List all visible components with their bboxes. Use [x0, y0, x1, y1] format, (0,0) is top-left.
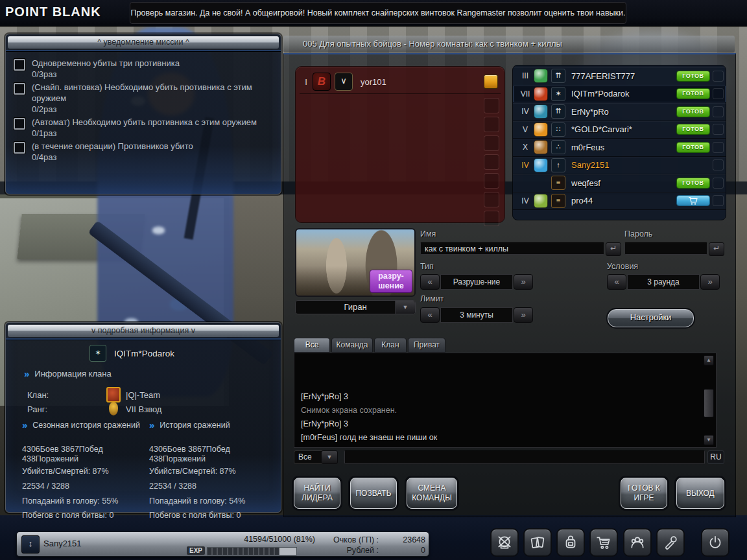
selected-player-name: IQITm*Podarok [114, 349, 174, 358]
player-name: IQITm*Podarok [571, 89, 676, 99]
player-row-selected[interactable]: VII ✶ IQITm*Podarok ГОТОВ [513, 86, 726, 104]
inventory-button[interactable] [556, 528, 585, 557]
app-logo: POINT BLANK [5, 5, 101, 19]
mini-slot[interactable] [713, 124, 724, 135]
chat-tab-private[interactable]: Приват [408, 338, 445, 353]
invite-button[interactable]: ПОЗВАТЬ [350, 478, 397, 509]
mini-slot[interactable] [713, 178, 724, 189]
mini-slot[interactable] [713, 142, 724, 153]
map-select-value: Гиран [344, 302, 366, 312]
empty-slot[interactable] [484, 192, 499, 207]
info-panel-title: v подробная информация v [8, 325, 279, 337]
divider [6, 338, 281, 340]
arrow-right-icon[interactable]: » [514, 307, 533, 323]
rank-insignia-icon: ≡ [551, 176, 565, 190]
exit-button[interactable]: ВЫХОД [676, 478, 724, 509]
arrow-left-icon[interactable]: « [420, 274, 440, 290]
community-button[interactable] [623, 528, 652, 557]
chat-tab-team[interactable]: Команда [331, 338, 373, 353]
mission-checkbox[interactable] [14, 142, 25, 154]
chat-tab-clan[interactable]: Клан [374, 338, 407, 353]
chevron-down-icon[interactable]: ▼ [395, 301, 415, 314]
player-row[interactable]: IV ≡ pro44 [513, 192, 726, 211]
player-row[interactable]: V ∷ *GOLD*Carvari* ГОТОВ [513, 121, 726, 139]
password-label: Пароль [624, 229, 652, 239]
limit-spinner: « 3 минуты » [420, 307, 533, 323]
mini-slot[interactable] [713, 195, 724, 206]
scrollbar-thumb[interactable] [704, 389, 714, 417]
cards-button[interactable] [523, 528, 552, 557]
ready-button[interactable]: ГОТОВ К ИГРЕ [621, 478, 667, 509]
team-panel-red: I B ∨ yor101 [295, 66, 505, 223]
mission-checkbox[interactable] [14, 118, 25, 130]
empty-slot[interactable] [484, 135, 499, 151]
room-title-bar: 005 Для опытных бойцов - Номер комнаты: … [283, 36, 735, 52]
room-name-input[interactable] [420, 242, 604, 255]
clan-info-link[interactable]: » Информация клана [24, 368, 112, 379]
mission-panel: ^ уведомление миссии ^ Одновременно убит… [5, 34, 281, 194]
stat-line: 22534 / 3288 [22, 482, 145, 491]
empty-slot[interactable] [484, 117, 499, 132]
map-select[interactable]: Гиран ▼ [295, 300, 416, 314]
quit-button[interactable] [701, 528, 729, 557]
rank-insignia-icon: ↑ [551, 158, 565, 172]
mini-slot[interactable] [713, 106, 724, 117]
conditions-label: Условия [607, 262, 638, 271]
empty-slot[interactable] [484, 211, 499, 226]
chat-log: [ErNy*pRo] 3 Снимок экрана сохранен. [Er… [294, 353, 717, 448]
in-shop-status-badge [676, 195, 710, 206]
player-row[interactable]: X ∴ m0rFeus ГОТОВ [513, 139, 726, 157]
rank-name: VII Взвод [126, 404, 161, 414]
scroll-up-icon[interactable]: ▲ [704, 355, 714, 366]
player-name: pro44 [571, 196, 676, 205]
apply-password-button[interactable]: ↵ [709, 242, 724, 256]
conditions-value: 3 раунда [627, 274, 700, 290]
mission-item: (в течение операции) Противников убито 0… [14, 141, 274, 163]
player-row[interactable]: IV ⇈ ErNy*pRo ГОТОВ [513, 103, 726, 121]
scroll-down-icon[interactable]: ▼ [704, 435, 714, 445]
find-leader-button[interactable]: НАЙТИ ЛИДЕРА [294, 478, 340, 509]
clan-name: |Q|-Team [126, 390, 160, 400]
empty-slot[interactable] [484, 154, 499, 170]
player-row[interactable]: III ⇈ 777AFERIST777 ГОТОВ [513, 67, 726, 86]
exp-progress-fill [208, 548, 279, 555]
gp-value: 23648 [381, 535, 425, 545]
mini-slot[interactable] [713, 159, 724, 170]
empty-slot[interactable] [484, 98, 499, 113]
chat-scrollbar: ▲ ▼ [704, 355, 714, 445]
player-row-leader[interactable]: I B ∨ yor101 [300, 70, 501, 94]
apply-name-button[interactable]: ↵ [606, 242, 621, 256]
player-insignia-icon: ✶ [89, 345, 106, 362]
clan-badge-icon [534, 140, 548, 154]
arrow-right-icon[interactable]: » [514, 274, 533, 290]
clan-emblem-icon [106, 387, 121, 402]
mini-slot[interactable] [713, 88, 724, 99]
options-button[interactable] [656, 528, 685, 557]
exp-progress-text: 41594/51000 (81%) [205, 535, 315, 544]
power-icon [707, 534, 724, 551]
mission-checkbox[interactable] [14, 59, 25, 71]
mission-checkbox[interactable] [14, 83, 25, 95]
change-team-button[interactable]: СМЕНА КОМАНДЫ [407, 478, 457, 509]
rank-medal-icon [109, 402, 118, 415]
detailed-info-panel: v подробная информация v ✶ IQITm*Podarok… [5, 322, 281, 513]
player-row-self[interactable]: IV ↑ Sany2151 [513, 157, 726, 175]
arrow-left-icon[interactable]: « [607, 274, 626, 290]
type-spinner: « Разруше-ние » [420, 274, 533, 290]
chevron-down-icon[interactable]: ▼ [321, 450, 338, 464]
rank-insignia-icon: ∴ [551, 140, 565, 154]
settings-button[interactable]: Настройки [608, 309, 694, 327]
player-row[interactable]: ≡ weqfesf ГОТОВ [513, 174, 726, 192]
password-input[interactable] [624, 242, 707, 255]
mini-slot[interactable] [713, 71, 724, 82]
player-name: ErNy*pRo [571, 107, 676, 117]
clan-emblem-button[interactable] [490, 528, 519, 557]
clan-label: Клан: [27, 390, 106, 400]
arrow-right-icon[interactable]: » [700, 274, 720, 290]
arrow-left-icon[interactable]: « [420, 307, 440, 323]
backpack-icon [562, 534, 579, 551]
chat-input[interactable] [344, 450, 705, 464]
chat-tab-all[interactable]: Все [294, 338, 330, 353]
empty-slot[interactable] [484, 173, 499, 189]
shop-button[interactable] [589, 528, 618, 557]
